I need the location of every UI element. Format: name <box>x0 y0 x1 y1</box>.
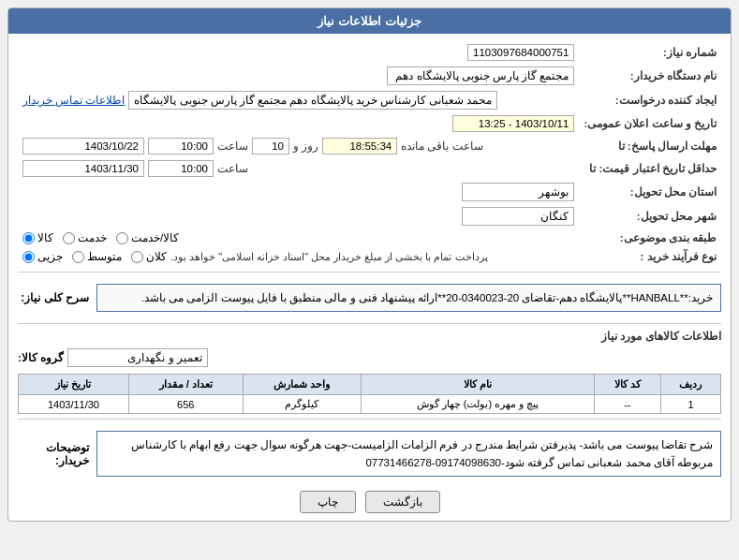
main-card: جزئیات اطلاعات نیاز شماره نیاز: 11030976… <box>7 7 732 522</box>
card-body: شماره نیاز: 1103097684000751 نام دستگاه … <box>8 34 731 521</box>
purchase-type-row: پرداخت تمام با بخشی از مبلغ خریدار محل "… <box>22 250 574 263</box>
purchase-type-large[interactable]: کلان <box>131 250 167 263</box>
description-box: خرید:**HANBALL**پالایشگاه دهم-تقاضای 20-… <box>96 284 721 312</box>
purchase-type-radio-small[interactable] <box>22 251 35 263</box>
purchase-type-radio-group: کلان متوسط جزیی <box>22 250 167 263</box>
purchase-type-label: نوع فرآیند خرید : <box>579 247 721 266</box>
category-radio-group: کالا/خدمت خدمت کالا <box>22 231 574 244</box>
city-value: کنگان <box>462 207 574 226</box>
requester-value: محمد شعبانی کارشناس خرید پالایشگاه دهم م… <box>128 91 497 110</box>
contact-info-link[interactable]: اطلاعات تماس خریدار <box>22 94 125 107</box>
cell-quantity: 656 <box>128 395 243 414</box>
group-value: تعمیر و نگهداری <box>67 348 208 367</box>
items-section-title: اطلاعات کالاهای مورد نیاز <box>18 330 721 343</box>
requester-label: ایجاد کننده درخواست: <box>579 88 721 112</box>
divider-2 <box>18 323 721 324</box>
divider-1 <box>18 272 721 273</box>
divider-3 <box>18 419 721 420</box>
buyer-notes-value: شرح تقاضا پیوست می باشد- پذیرفتن شرایط م… <box>131 439 713 467</box>
province-value: بوشهر <box>462 183 574 201</box>
description-row: خرید:**HANBALL**پالایشگاه دهم-تقاضای 20-… <box>18 277 721 318</box>
info-table: شماره نیاز: 1103097684000751 نام دستگاه … <box>18 41 721 266</box>
reply-date-row: ساعت باقی مانده 18:55:34 روز و 10 ساعت 1… <box>22 138 574 155</box>
col-item-name: نام کالا <box>362 375 595 395</box>
remaining-value: 18:55:34 <box>322 138 397 155</box>
purchase-type-radio-medium[interactable] <box>72 251 84 263</box>
category-label: طبقه بندی موضوعی: <box>579 228 721 247</box>
cell-unit: کیلوگرم <box>243 395 362 414</box>
category-option-goods-service[interactable]: خدمت <box>63 231 107 244</box>
buyer-name-value: مجتمع گاز پارس جنوبی پالایشگاه دهم <box>387 66 574 85</box>
price-deadline-time: 10:00 <box>148 160 214 177</box>
category-radio-goods-service[interactable] <box>63 232 75 244</box>
col-row-number: ردیف <box>660 375 720 395</box>
category-radio-goods-label: کالا <box>37 231 53 244</box>
col-unit: واحد شمارش <box>243 375 362 395</box>
day-label: روز و <box>293 140 318 153</box>
purchase-type-radio-large[interactable] <box>131 251 143 263</box>
notes-row: شرح تقاضا پیوست می باشد- پذیرفتن شرایط م… <box>18 424 721 483</box>
page-title: جزئیات اطلاعات نیاز <box>8 8 731 34</box>
date-label: تاریخ و ساعت اعلان عمومی: <box>579 112 721 135</box>
col-date: تاریخ نیاز <box>19 375 129 395</box>
price-deadline-row: ساعت 10:00 1403/11/30 <box>22 160 574 177</box>
print-button[interactable]: چاپ <box>300 491 356 513</box>
reply-time-value: 10:00 <box>148 138 214 155</box>
day-value: 10 <box>252 138 289 155</box>
purchase-note: پرداخت تمام با بخشی از مبلغ خریدار محل "… <box>170 251 488 263</box>
group-label: گروه کالا: <box>18 351 64 364</box>
description-value: خرید:**HANBALL**پالایشگاه دهم-تقاضای 20-… <box>141 292 713 303</box>
purchase-type-medium-label: متوسط <box>87 250 122 263</box>
date-value: 1403/10/11 - 13:25 <box>452 115 574 132</box>
col-item-code: کد کالا <box>594 375 660 395</box>
group-row: تعمیر و نگهداری گروه کالا: <box>18 346 721 369</box>
purchase-type-small[interactable]: جزیی <box>22 250 63 263</box>
back-button[interactable]: بازگشت <box>365 491 440 513</box>
city-label: شهر محل تحویل: <box>579 204 721 228</box>
price-deadline-date: 1403/11/30 <box>22 160 144 177</box>
purchase-type-medium[interactable]: متوسط <box>72 250 122 263</box>
requester-row: محمد شعبانی کارشناس خرید پالایشگاه دهم م… <box>22 91 574 110</box>
purchase-type-small-label: جزیی <box>37 250 63 263</box>
category-option-goods[interactable]: کالا <box>22 231 53 244</box>
category-option-service[interactable]: کالا/خدمت <box>116 231 179 244</box>
table-row: 1--پیچ و مهره (بولت) چهار گوشکیلوگرم6561… <box>19 395 721 414</box>
cell-name: پیچ و مهره (بولت) چهار گوش <box>362 395 595 414</box>
request-number-value: 1103097684000751 <box>467 44 574 61</box>
description-label: سرح کلی نیاز: <box>18 291 93 304</box>
cell-row: 1 <box>660 395 720 414</box>
cell-date: 1403/11/30 <box>19 395 129 414</box>
page-container: جزئیات اطلاعات نیاز شماره نیاز: 11030976… <box>0 0 739 560</box>
request-number-label: شماره نیاز: <box>579 41 721 64</box>
buyer-notes-label: توضیحات خریدار: <box>18 441 93 467</box>
items-table: ردیف کد کالا نام کالا واحد شمارش تعداد /… <box>18 374 721 414</box>
price-deadline-label: حداقل تاریخ اعتبار قیمت: تا <box>579 157 721 180</box>
col-quantity: تعداد / مقدار <box>128 375 243 395</box>
buyer-name-label: نام دستگاه خریدار: <box>579 64 721 88</box>
buyer-notes-box: شرح تقاضا پیوست می باشد- پذیرفتن شرایط م… <box>96 431 721 477</box>
reply-date-value: 1403/10/22 <box>22 138 144 155</box>
purchase-type-large-label: کلان <box>146 250 167 263</box>
province-label: استان محل تحویل: <box>579 180 721 204</box>
category-radio-goods[interactable] <box>22 232 35 244</box>
time-label: ساعت <box>217 140 248 153</box>
remaining-label: ساعت باقی مانده <box>401 140 482 153</box>
category-option-service-label: کالا/خدمت <box>131 231 179 244</box>
category-option-goods-label: خدمت <box>78 231 107 244</box>
reply-date-label: مهلت ارسال پاسخ: تا <box>579 135 721 157</box>
cell-code: -- <box>594 395 660 414</box>
price-time-label: ساعت <box>217 162 248 175</box>
buttons-row: بازگشت چاپ <box>18 491 721 513</box>
category-radio-service[interactable] <box>116 232 128 244</box>
